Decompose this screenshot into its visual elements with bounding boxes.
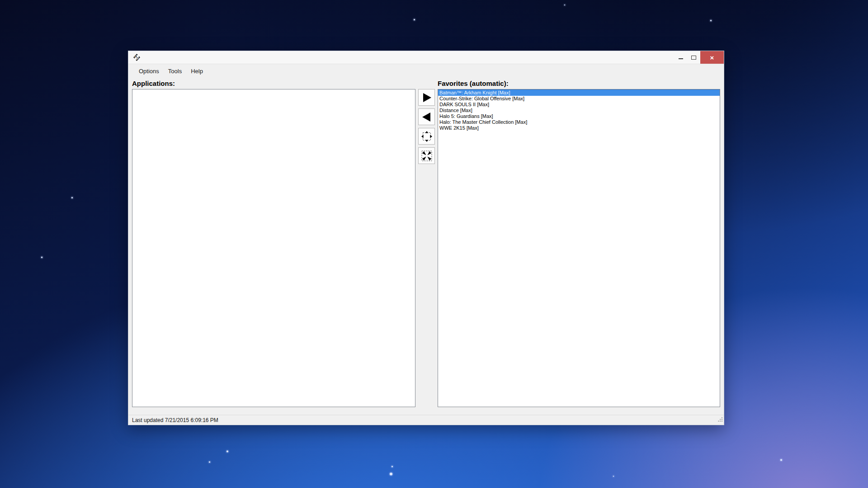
minimize-button[interactable]: [674, 51, 687, 64]
menu-help[interactable]: Help: [186, 66, 208, 76]
caption-buttons: ×: [674, 51, 724, 64]
menu-options[interactable]: Options: [134, 66, 164, 76]
favorites-item[interactable]: DARK SOULS II [Max]: [438, 102, 720, 108]
borderless-gaming-window: B G × Options Tools Help Applications:: [128, 51, 724, 425]
expand-arrows-icon: [421, 131, 433, 142]
applications-panel: Applications:: [132, 78, 415, 415]
close-button[interactable]: ×: [700, 51, 724, 64]
favorites-item[interactable]: Counter-Strike: Global Offensive [Max]: [438, 96, 720, 102]
make-borderless-button[interactable]: [418, 128, 435, 145]
favorites-panel: Favorites (automatic): Batman™: Arkham K…: [438, 78, 720, 415]
client-area: Applications:: [128, 78, 724, 415]
right-arrow-icon: [421, 92, 432, 103]
statusbar: Last updated 7/21/2015 6:09:16 PM: [128, 415, 724, 425]
favorites-item[interactable]: Distance [Max]: [438, 108, 720, 113]
favorites-item-selected[interactable]: Batman™: Arkham Knight [Max]: [438, 89, 720, 96]
sparkle: [710, 20, 712, 21]
sparkle: [564, 5, 565, 5]
sparkle: [780, 459, 782, 461]
favorites-listbox[interactable]: Batman™: Arkham Knight [Max] Counter-Str…: [438, 89, 720, 407]
status-text: Last updated 7/21/2015 6:09:16 PM: [132, 417, 218, 423]
transfer-buttons: [415, 78, 438, 415]
sparkle: [209, 461, 210, 463]
left-arrow-icon: [421, 112, 432, 122]
favorites-item[interactable]: Halo: The Master Chief Collection [Max]: [438, 119, 720, 125]
sparkle: [390, 473, 392, 475]
menu-tools[interactable]: Tools: [164, 66, 186, 76]
favorites-label: Favorites (automatic):: [438, 78, 720, 89]
sparkle: [41, 257, 42, 258]
close-icon: ×: [710, 54, 714, 61]
app-icon[interactable]: B G: [133, 54, 140, 61]
favorites-item[interactable]: WWE 2K15 [Max]: [438, 125, 720, 131]
add-to-favorites-button[interactable]: [418, 89, 435, 106]
applications-label: Applications:: [132, 78, 415, 89]
sparkle: [71, 197, 73, 198]
sparkle: [392, 466, 393, 467]
sparkle: [226, 450, 228, 452]
applications-listbox[interactable]: [132, 89, 415, 407]
favorites-item[interactable]: Halo 5: Guardians [Max]: [438, 113, 720, 119]
sparkle: [414, 19, 415, 20]
maximize-icon: [691, 56, 696, 60]
desktop: { "window": { "title": "", "caption": { …: [0, 0, 868, 488]
minimize-icon: [679, 58, 683, 59]
titlebar[interactable]: B G ×: [128, 51, 724, 64]
collapse-arrows-icon: [421, 150, 433, 162]
menubar: Options Tools Help: [128, 64, 724, 78]
svg-text:G: G: [137, 57, 139, 60]
sparkle: [613, 476, 614, 477]
remove-from-favorites-button[interactable]: [418, 108, 435, 125]
restore-window-button[interactable]: [418, 147, 435, 164]
maximize-button[interactable]: [687, 51, 700, 64]
resize-grip-icon[interactable]: [718, 416, 723, 424]
